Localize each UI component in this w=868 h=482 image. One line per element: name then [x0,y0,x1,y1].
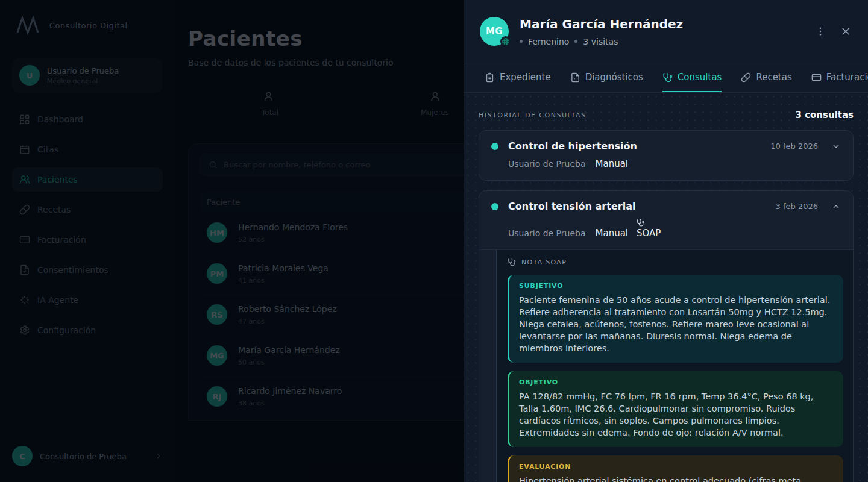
avatar-status-badge [500,36,511,47]
stethoscope-icon [662,72,673,83]
tab-label: Consultas [678,72,722,83]
consultation-body: NOTA SOAP SUBJETIVO Paciente femenina de… [479,249,853,482]
chevron-down-icon[interactable] [831,142,841,151]
status-dot [491,143,498,150]
soap-note-header: NOTA SOAP [508,258,843,266]
stethoscope-icon [508,258,516,266]
soap-note-panel: NOTA SOAP SUBJETIVO Paciente femenina de… [496,250,853,482]
history-header: HISTORIAL DE CONSULTAS 3 consultas [479,110,854,120]
consultation-author: Usuario de Prueba [508,228,586,239]
patient-drawer: MG María García Hernández Femenino 3 vis… [464,0,868,482]
close-button[interactable] [839,25,852,38]
tab-label: Expediente [500,72,551,83]
soap-section-subjetivo: SUBJETIVO Paciente femenina de 50 años a… [508,275,843,363]
consultation-count: 3 consultas [795,110,854,120]
soap-section-label: OBJETIVO [519,378,834,386]
drawer-tabs: a Expediente Diagnósticos Consultas Rece… [464,63,868,93]
more-options-button[interactable] [814,25,827,38]
soap-section-objetivo: OBJETIVO PA 128/82 mmHg, FC 76 lpm, FR 1… [508,371,843,447]
drawer-header: MG María García Hernández Femenino 3 vis… [464,0,868,63]
soap-section-text: Hipertensión arterial sistémica en contr… [519,475,834,482]
tab-label: Diagnósticos [585,72,643,83]
patient-meta: Femenino 3 visitas [520,37,683,46]
consultation-source: Manual [596,228,629,239]
chevron-up-icon[interactable] [831,202,841,211]
tab-label: Facturación [826,72,868,83]
tab-expediente[interactable]: Expediente [485,63,551,92]
soap-badge-label: SOAP [637,228,661,239]
soap-section-evaluacion: EVALUACIÓN Hipertensión arterial sistémi… [508,455,843,482]
stethoscope-icon [637,219,644,227]
tab-recetas[interactable]: Recetas [741,63,791,92]
kebab-menu-icon [815,26,826,37]
consultation-date: 3 feb 2026 [776,202,818,211]
soap-section-label: SUBJETIVO [519,282,834,290]
history-label: HISTORIAL DE CONSULTAS [479,111,586,119]
patient-gender: Femenino [528,37,569,46]
consultation-card: Control de hipertensión 10 feb 2026 Usua… [479,130,854,181]
consultas-panel: HISTORIAL DE CONSULTAS 3 consultas Contr… [464,93,868,482]
soap-section-text: Paciente femenina de 50 años acude a con… [519,294,834,354]
consultation-source: Manual [596,158,629,169]
tab-label: Recetas [756,72,791,83]
tab-diagnosticos[interactable]: Diagnósticos [570,63,643,92]
consultation-author: Usuario de Prueba [508,159,586,169]
consultation-title: Control de hipertensión [508,140,637,152]
status-dot [491,203,498,210]
consultation-title: Control tensión arterial [508,201,635,212]
consultation-date: 10 feb 2026 [770,142,818,151]
pill-icon [741,72,751,83]
credit-card-icon [811,72,822,83]
soap-note-label: NOTA SOAP [521,258,567,266]
consultation-header[interactable]: Control de hipertensión 10 feb 2026 Usua… [479,131,853,180]
body-indent [479,250,496,482]
consultation-card: Control tensión arterial 3 feb 2026 Usua… [479,190,854,482]
drawer-actions [814,25,852,38]
bullet-separator [574,40,577,43]
patient-avatar-wrap: MG [480,17,509,46]
clipboard-icon [485,72,495,83]
tab-facturacion[interactable]: Facturación [811,63,868,92]
patient-name: María García Hernández [520,17,683,31]
soap-section-label: EVALUACIÓN [519,463,834,471]
soap-badge: SOAP [637,219,661,239]
tab-consultas[interactable]: Consultas [662,63,722,92]
bullet-separator [520,40,523,43]
patient-visits: 3 visitas [583,37,618,46]
consultation-header[interactable]: Control tensión arterial 3 feb 2026 Usua… [479,191,853,249]
file-icon [570,72,580,83]
soap-section-text: PA 128/82 mmHg, FC 76 lpm, FR 16 rpm, Te… [519,390,834,439]
close-icon [840,26,851,37]
